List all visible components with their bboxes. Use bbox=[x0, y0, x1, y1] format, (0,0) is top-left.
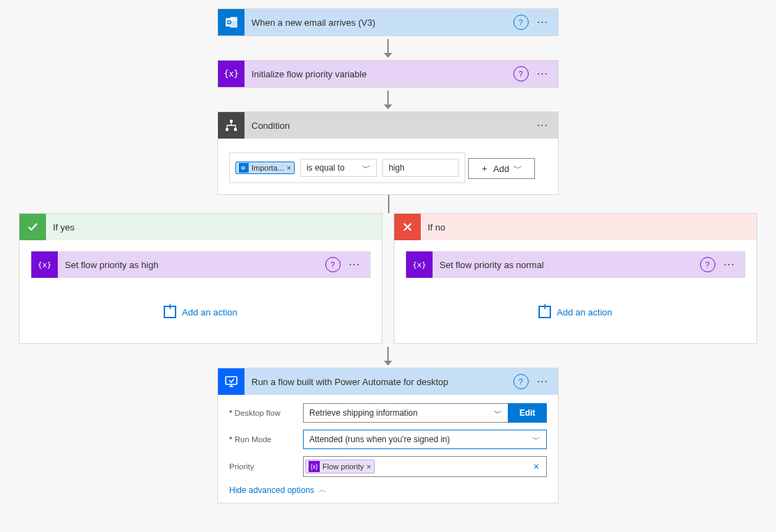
priority-label: Priority bbox=[229, 462, 254, 471]
advanced-options-toggle[interactable]: Hide advanced options ︿ bbox=[229, 484, 547, 496]
more-icon[interactable]: ··· bbox=[533, 119, 552, 132]
arrow-icon bbox=[387, 91, 389, 109]
edit-button[interactable]: Edit bbox=[508, 403, 547, 423]
priority-input[interactable]: {x} Flow priority × × bbox=[303, 456, 547, 477]
more-icon[interactable]: ··· bbox=[720, 258, 739, 271]
condition-icon bbox=[218, 112, 245, 139]
add-action-label: Add an action bbox=[182, 307, 238, 318]
arrow-icon bbox=[387, 347, 389, 365]
add-label: Add bbox=[493, 164, 509, 174]
run-mode-label: Run Mode bbox=[235, 435, 272, 444]
clear-icon[interactable]: × bbox=[528, 461, 545, 472]
more-icon[interactable]: ··· bbox=[345, 258, 364, 271]
help-icon[interactable]: ? bbox=[513, 15, 529, 30]
set-priority-high-card[interactable]: {x} Set flow priority as high ? ··· bbox=[31, 251, 371, 278]
chevron-down-icon: ﹀ bbox=[362, 162, 371, 174]
condition-operator-select[interactable]: is equal to ﹀ bbox=[300, 159, 377, 177]
advanced-options-label: Hide advanced options bbox=[229, 485, 314, 495]
variable-icon: {x} bbox=[218, 61, 245, 87]
branch-no-header: If no bbox=[394, 214, 756, 240]
condition-expression-row: Importa... × is equal to ﹀ high bbox=[229, 152, 465, 183]
branch-yes: If yes {x} Set flow priority as high ? ·… bbox=[19, 213, 382, 344]
priority-token-label: Flow priority bbox=[323, 462, 364, 471]
desktop-flow-select[interactable]: Retrieve shipping information ﹀ bbox=[303, 403, 508, 423]
condition-header[interactable]: Condition ··· bbox=[218, 112, 558, 139]
svg-text:{x}: {x} bbox=[224, 69, 238, 79]
desktop-flow-value: Retrieve shipping information bbox=[309, 408, 417, 418]
svg-rect-5 bbox=[230, 120, 233, 123]
outlook-icon bbox=[218, 9, 245, 36]
add-action-label: Add an action bbox=[557, 307, 612, 318]
token-remove-icon[interactable]: × bbox=[366, 462, 371, 471]
check-icon bbox=[20, 214, 46, 240]
trigger-title: When a new email arrives (V3) bbox=[245, 17, 513, 28]
add-action-yes[interactable]: Add an action bbox=[31, 278, 371, 332]
set-priority-normal-title: Set flow priority as normal bbox=[433, 260, 700, 270]
plus-icon: ＋ bbox=[480, 162, 489, 175]
operator-value: is equal to bbox=[306, 163, 345, 173]
chevron-up-icon: ︿ bbox=[318, 484, 327, 496]
init-variable-card[interactable]: {x} Initialize flow priority variable ? … bbox=[217, 60, 559, 88]
more-icon[interactable]: ··· bbox=[533, 375, 552, 388]
close-icon bbox=[394, 214, 421, 240]
condition-title: Condition bbox=[245, 120, 533, 131]
variable-icon: {x} bbox=[406, 251, 433, 278]
set-priority-high-title: Set flow priority as high bbox=[58, 260, 325, 270]
set-priority-normal-card[interactable]: {x} Set flow priority as normal ? ··· bbox=[405, 251, 745, 278]
variable-icon: {x} bbox=[309, 461, 320, 472]
trigger-card[interactable]: When a new email arrives (V3) ? ··· bbox=[217, 8, 559, 36]
help-icon[interactable]: ? bbox=[700, 257, 715, 272]
branch-no-label: If no bbox=[428, 222, 445, 233]
help-icon[interactable]: ? bbox=[325, 257, 341, 272]
add-action-no[interactable]: Add an action bbox=[405, 278, 745, 332]
token-label: Importa... bbox=[251, 164, 284, 172]
add-condition-button[interactable]: ＋ Add ﹀ bbox=[468, 158, 535, 179]
outlook-icon bbox=[239, 163, 249, 173]
desktop-flow-row: * Desktop flow Retrieve shipping informa… bbox=[229, 403, 547, 423]
run-desktop-flow-title: Run a flow built with Power Automate for… bbox=[245, 377, 513, 387]
init-variable-title: Initialize flow priority variable bbox=[245, 69, 513, 79]
chevron-down-icon: ﹀ bbox=[494, 407, 502, 419]
svg-rect-7 bbox=[234, 128, 237, 131]
add-action-icon bbox=[538, 306, 551, 318]
svg-text:{x}: {x} bbox=[413, 260, 426, 269]
run-desktop-flow-header[interactable]: Run a flow built with Power Automate for… bbox=[218, 368, 558, 395]
help-icon[interactable]: ? bbox=[513, 374, 529, 389]
run-mode-row: * Run Mode Attended (runs when you're si… bbox=[229, 430, 547, 449]
desktop-flow-icon bbox=[218, 368, 245, 395]
priority-row: Priority {x} Flow priority × × bbox=[229, 456, 547, 477]
branch-no: If no {x} Set flow priority as normal ? … bbox=[394, 213, 757, 344]
priority-token[interactable]: {x} Flow priority × bbox=[305, 460, 375, 474]
run-desktop-flow-card: Run a flow built with Power Automate for… bbox=[217, 368, 559, 503]
branch-yes-header: If yes bbox=[20, 214, 382, 240]
trigger-header[interactable]: When a new email arrives (V3) ? ··· bbox=[218, 9, 558, 36]
condition-value-text: high bbox=[389, 163, 405, 173]
more-icon[interactable]: ··· bbox=[533, 16, 552, 29]
chevron-down-icon: ﹀ bbox=[513, 162, 522, 175]
token-remove-icon[interactable]: × bbox=[286, 164, 290, 172]
help-icon[interactable]: ? bbox=[513, 66, 529, 81]
branch-yes-label: If yes bbox=[53, 222, 75, 233]
variable-icon: {x} bbox=[31, 251, 58, 278]
condition-left-token[interactable]: Importa... × bbox=[235, 162, 295, 174]
svg-rect-2 bbox=[231, 17, 237, 21]
condition-value-input[interactable]: high bbox=[382, 159, 459, 177]
condition-card: Condition ··· Importa... × is equal to ﹀… bbox=[217, 111, 559, 195]
run-mode-value: Attended (runs when you're signed in) bbox=[309, 435, 450, 444]
svg-rect-6 bbox=[226, 128, 228, 131]
add-action-icon bbox=[164, 306, 176, 318]
desktop-flow-label: Desktop flow bbox=[235, 409, 281, 417]
svg-rect-12 bbox=[226, 377, 237, 384]
chevron-down-icon: ﹀ bbox=[532, 434, 541, 446]
more-icon[interactable]: ··· bbox=[533, 68, 552, 80]
condition-branches: If yes {x} Set flow priority as high ? ·… bbox=[19, 213, 757, 344]
condition-body: Importa... × is equal to ﹀ high ＋ Add ﹀ bbox=[218, 139, 558, 194]
init-variable-header[interactable]: {x} Initialize flow priority variable ? … bbox=[218, 61, 558, 87]
svg-text:{x}: {x} bbox=[38, 260, 51, 269]
run-mode-select[interactable]: Attended (runs when you're signed in) ﹀ bbox=[303, 430, 547, 449]
arrow-icon bbox=[387, 39, 389, 57]
